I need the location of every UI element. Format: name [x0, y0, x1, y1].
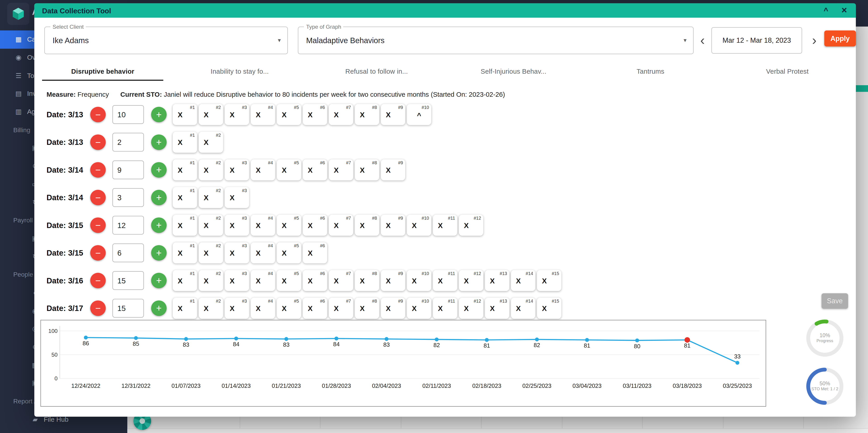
increment-button[interactable]: + [151, 300, 167, 316]
tab-verbal-protest[interactable]: Verbal Protest [719, 62, 856, 81]
behavior-mark-button[interactable]: #2X [199, 187, 223, 208]
behavior-mark-button[interactable]: #1X [173, 298, 197, 319]
count-input[interactable] [112, 133, 144, 152]
behavior-mark-button[interactable]: #3X [225, 104, 249, 125]
behavior-mark-button[interactable]: #1X [173, 104, 197, 125]
behavior-mark-button[interactable]: #7X [329, 270, 353, 291]
behavior-mark-button[interactable]: #5X [277, 270, 301, 291]
behavior-mark-button[interactable]: #7X [329, 104, 353, 125]
behavior-mark-button[interactable]: #4X [251, 242, 275, 263]
behavior-mark-button[interactable]: #14X [511, 298, 535, 319]
behavior-mark-button[interactable]: #5X [277, 242, 301, 263]
behavior-mark-button[interactable]: #8X [355, 270, 379, 291]
increment-button[interactable]: + [151, 134, 167, 150]
behavior-mark-button[interactable]: #14X [511, 270, 535, 291]
behavior-mark-button[interactable]: #2X [199, 298, 223, 319]
behavior-mark-button[interactable]: #1X [173, 187, 197, 208]
behavior-mark-button[interactable]: #6X [303, 215, 327, 236]
behavior-mark-button[interactable]: #5X [277, 215, 301, 236]
behavior-mark-button[interactable]: #9X [381, 104, 405, 125]
count-input[interactable] [112, 243, 144, 262]
count-input[interactable] [112, 161, 144, 179]
decrement-button[interactable]: − [90, 190, 106, 205]
behavior-mark-button[interactable]: #8X [355, 215, 379, 236]
behavior-mark-button[interactable]: #1X [173, 242, 197, 263]
count-input[interactable] [112, 105, 144, 124]
graph-type-select[interactable]: Type of Graph Maladaptive Behaviors ▼ [298, 27, 694, 54]
close-icon[interactable]: × [841, 3, 847, 18]
apply-button[interactable]: Apply [824, 31, 856, 46]
decrement-button[interactable]: − [90, 245, 106, 261]
increment-button[interactable]: + [151, 273, 167, 288]
behavior-mark-button[interactable]: #3X [225, 298, 249, 319]
behavior-mark-button[interactable]: #1X [173, 159, 197, 180]
decrement-button[interactable]: − [90, 218, 106, 233]
behavior-mark-button[interactable]: #4X [251, 104, 275, 125]
behavior-mark-button[interactable]: #4X [251, 298, 275, 319]
behavior-mark-button[interactable]: #9X [381, 298, 405, 319]
behavior-mark-button[interactable]: #8X [355, 104, 379, 125]
behavior-mark-button[interactable]: #2X [199, 270, 223, 291]
behavior-mark-button[interactable]: #6X [303, 104, 327, 125]
behavior-mark-button[interactable]: #10X [407, 298, 431, 319]
behavior-mark-button[interactable]: #3X [225, 159, 249, 180]
client-select[interactable]: Select Client Ike Adams ▼ [44, 27, 288, 54]
app-logo[interactable] [7, 3, 29, 25]
decrement-button[interactable]: − [90, 273, 106, 288]
increment-button[interactable]: + [151, 245, 167, 261]
behavior-mark-button[interactable]: #15X [537, 298, 561, 319]
behavior-mark-button[interactable]: #2X [199, 215, 223, 236]
behavior-mark-button[interactable]: #11X [433, 298, 457, 319]
tab-self-injurious-behav[interactable]: Self-Injurious Behav... [445, 62, 582, 81]
tab-disruptive-behavior[interactable]: Disruptive behavior [34, 62, 172, 81]
save-button[interactable]: Save [822, 293, 848, 309]
behavior-mark-button[interactable]: #7X [329, 159, 353, 180]
count-input[interactable] [112, 299, 144, 318]
behavior-mark-button[interactable]: #13X [485, 298, 509, 319]
behavior-mark-button[interactable]: #7X [329, 215, 353, 236]
behavior-mark-button[interactable]: #4X [251, 159, 275, 180]
behavior-mark-button[interactable]: #5X [277, 104, 301, 125]
prev-week-button[interactable]: ‹ [696, 32, 709, 50]
behavior-mark-button[interactable]: #1X [173, 215, 197, 236]
behavior-mark-button[interactable]: #5X [277, 298, 301, 319]
decrement-button[interactable]: − [90, 134, 106, 150]
behavior-mark-button[interactable]: #8X [355, 159, 379, 180]
behavior-mark-button[interactable]: #15X [537, 270, 561, 291]
behavior-mark-button[interactable]: #2X [199, 104, 223, 125]
count-input[interactable] [112, 271, 144, 290]
behavior-mark-button[interactable]: #6X [303, 298, 327, 319]
behavior-mark-button[interactable]: #13X [485, 270, 509, 291]
tab-refusal-to-follow-in[interactable]: Refusal to follow in... [308, 62, 445, 81]
count-input[interactable] [112, 216, 144, 235]
behavior-mark-button[interactable]: #8X [355, 298, 379, 319]
behavior-mark-button[interactable]: #11X [433, 270, 457, 291]
behavior-mark-button[interactable]: #6X [303, 270, 327, 291]
behavior-mark-button[interactable]: #4X [251, 270, 275, 291]
behavior-mark-button[interactable]: #7X [329, 298, 353, 319]
behavior-mark-button[interactable]: #10X [407, 215, 431, 236]
behavior-mark-button[interactable]: #12X [459, 298, 484, 319]
date-range-picker[interactable]: Mar 12 - Mar 18, 2023 [711, 27, 802, 54]
tab-inability-to-stay-fo[interactable]: Inability to stay fo... [171, 62, 308, 81]
decrement-button[interactable]: − [90, 300, 106, 316]
behavior-mark-button[interactable]: #12X [459, 270, 484, 291]
tab-tantrums[interactable]: Tantrums [582, 62, 719, 81]
increment-button[interactable]: + [151, 190, 167, 205]
behavior-mark-button[interactable]: #2X [199, 242, 223, 263]
behavior-mark-button[interactable]: #9X [381, 159, 405, 180]
behavior-mark-button[interactable]: #6X [303, 159, 327, 180]
behavior-mark-button[interactable]: #12X [459, 215, 484, 236]
behavior-mark-button[interactable]: #1X [173, 270, 197, 291]
decrement-button[interactable]: − [90, 107, 106, 123]
behavior-mark-button[interactable]: #3X [225, 215, 249, 236]
behavior-mark-button[interactable]: #3X [225, 242, 249, 263]
behavior-mark-button[interactable]: #9X [381, 270, 405, 291]
behavior-mark-button[interactable]: #2X [199, 132, 223, 153]
behavior-mark-button[interactable]: #2X [199, 159, 223, 180]
behavior-mark-button[interactable]: #3X [225, 270, 249, 291]
increment-button[interactable]: + [151, 218, 167, 233]
behavior-mark-button[interactable]: #5X [277, 159, 301, 180]
behavior-mark-button[interactable]: #4X [251, 215, 275, 236]
behavior-mark-button[interactable]: #1X [173, 132, 197, 153]
